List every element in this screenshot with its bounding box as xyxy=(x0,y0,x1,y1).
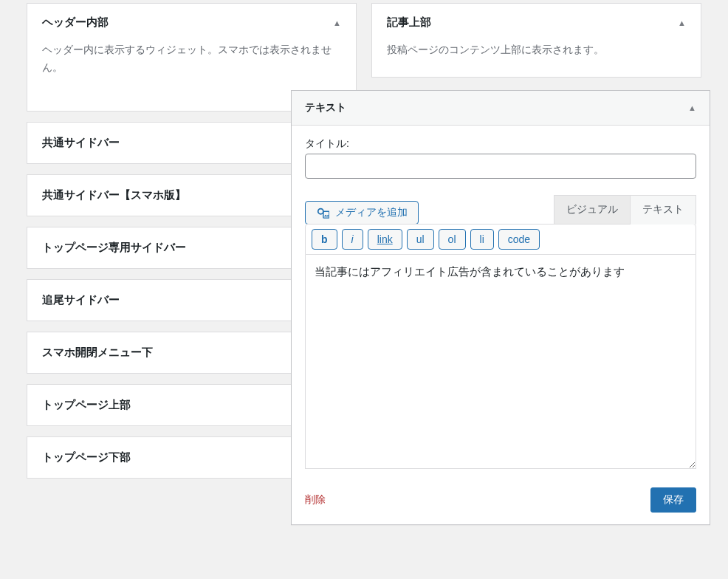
widget-area-title: ヘッダー内部 xyxy=(42,16,109,30)
widget-area-title: 共通サイドバー【スマホ版】 xyxy=(42,188,186,202)
add-media-button[interactable]: メディアを追加 xyxy=(305,201,419,225)
widget-area-title: 記事上部 xyxy=(387,16,431,30)
title-input[interactable] xyxy=(305,154,696,179)
text-widget-body: タイトル: メディアを追加 ビジュアル テキスト b i xyxy=(292,126,710,482)
toolbar-code-button[interactable]: code xyxy=(498,229,540,250)
toolbar-link-button[interactable]: link xyxy=(368,229,402,250)
widget-area-title: スマホ開閉メニュー下 xyxy=(42,346,153,360)
toolbar-italic-button[interactable]: i xyxy=(342,229,363,250)
widget-area-article-top: 記事上部 ▲ 投稿ページのコンテンツ上部に表示されます。 xyxy=(371,3,701,78)
content-textarea[interactable] xyxy=(305,255,696,469)
text-widget-panel: テキスト ▲ タイトル: メディアを追加 ビジュアル テキスト xyxy=(291,90,710,525)
widget-area-description: ヘッダー内に表示するウィジェット。スマホでは表示されません。 xyxy=(27,41,356,95)
widget-area-toggle[interactable]: ヘッダー内部 ▲ xyxy=(27,4,356,41)
add-media-label: メディアを追加 xyxy=(335,206,408,219)
widget-area-description: 投稿ページのコンテンツ上部に表示されます。 xyxy=(372,41,701,77)
text-widget-footer: 削除 保存 xyxy=(292,482,710,524)
toolbar-ul-button[interactable]: ul xyxy=(407,229,434,250)
toolbar-bold-button[interactable]: b xyxy=(312,229,337,250)
title-field-label: タイトル: xyxy=(305,137,696,151)
widget-area-toggle[interactable]: 記事上部 ▲ xyxy=(372,4,701,41)
tab-visual[interactable]: ビジュアル xyxy=(554,195,631,225)
delete-link[interactable]: 削除 xyxy=(305,493,326,507)
editor-toolbar: b i link ul ol li code xyxy=(305,224,696,255)
widget-area-title: トップページ専用サイドバー xyxy=(42,241,186,255)
svg-rect-0 xyxy=(323,211,329,218)
chevron-up-icon: ▲ xyxy=(688,103,696,112)
editor-tabs: ビジュアル テキスト xyxy=(554,195,696,225)
chevron-up-icon: ▲ xyxy=(333,18,341,27)
widget-area-title: 共通サイドバー xyxy=(42,136,120,150)
toolbar-li-button[interactable]: li xyxy=(470,229,494,250)
media-icon xyxy=(316,207,329,219)
text-widget-title: テキスト xyxy=(305,101,346,114)
widget-area-title: トップページ下部 xyxy=(42,450,131,465)
text-widget-header[interactable]: テキスト ▲ xyxy=(292,91,710,126)
widget-area-title: 追尾サイドバー xyxy=(42,293,120,307)
tab-text[interactable]: テキスト xyxy=(631,195,696,225)
chevron-up-icon: ▲ xyxy=(678,18,686,27)
widget-area-title: トップページ上部 xyxy=(42,398,131,412)
toolbar-ol-button[interactable]: ol xyxy=(439,229,466,250)
save-button[interactable]: 保存 xyxy=(650,487,696,513)
